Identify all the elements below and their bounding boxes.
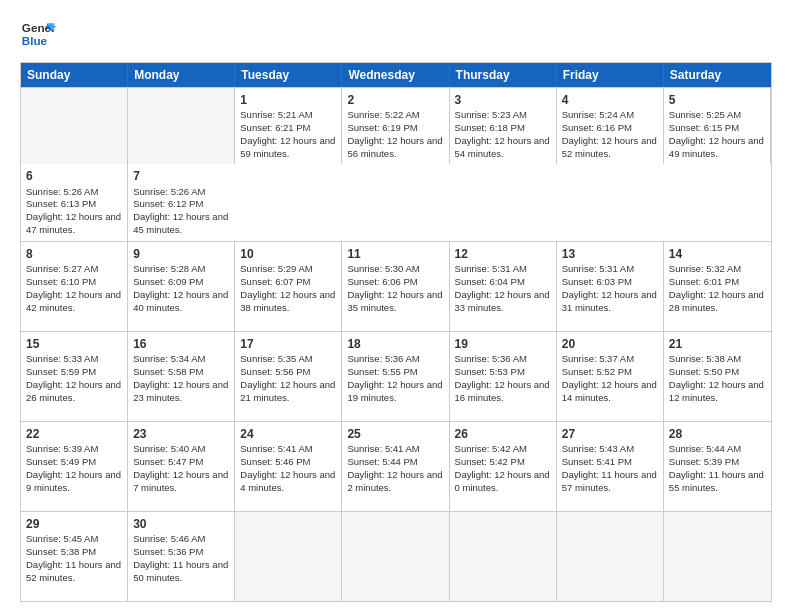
logo: General Blue (20, 16, 56, 52)
sunset: Sunset: 5:56 PM (240, 366, 310, 377)
sunrise: Sunrise: 5:22 AM (347, 109, 419, 120)
calendar-cell-day-18: 18Sunrise: 5:36 AMSunset: 5:55 PMDayligh… (342, 332, 449, 421)
sunrise: Sunrise: 5:31 AM (562, 263, 634, 274)
calendar-cell-day-11: 11Sunrise: 5:30 AMSunset: 6:06 PMDayligh… (342, 242, 449, 331)
calendar-cell-day-15: 15Sunrise: 5:33 AMSunset: 5:59 PMDayligh… (21, 332, 128, 421)
sunset: Sunset: 5:47 PM (133, 456, 203, 467)
day-number: 5 (669, 92, 765, 108)
calendar-cell-day-30: 30Sunrise: 5:46 AMSunset: 5:36 PMDayligh… (128, 512, 235, 601)
daylight-label: Daylight: 11 hours and 52 minutes. (26, 559, 121, 583)
sunset: Sunset: 5:42 PM (455, 456, 525, 467)
day-number: 12 (455, 246, 551, 262)
calendar-cell-day-14: 14Sunrise: 5:32 AMSunset: 6:01 PMDayligh… (664, 242, 771, 331)
daylight-label: Daylight: 11 hours and 55 minutes. (669, 469, 764, 493)
calendar-cell-empty (21, 88, 128, 164)
sunrise: Sunrise: 5:43 AM (562, 443, 634, 454)
daylight-label: Daylight: 12 hours and 33 minutes. (455, 289, 550, 313)
sunrise: Sunrise: 5:39 AM (26, 443, 98, 454)
sunset: Sunset: 5:44 PM (347, 456, 417, 467)
sunset: Sunset: 5:52 PM (562, 366, 632, 377)
sunset: Sunset: 6:10 PM (26, 276, 96, 287)
sunrise: Sunrise: 5:27 AM (26, 263, 98, 274)
daylight-label: Daylight: 12 hours and 47 minutes. (26, 211, 121, 235)
sunrise: Sunrise: 5:29 AM (240, 263, 312, 274)
daylight-label: Daylight: 12 hours and 21 minutes. (240, 379, 335, 403)
sunset: Sunset: 6:21 PM (240, 122, 310, 133)
sunrise: Sunrise: 5:28 AM (133, 263, 205, 274)
daylight-label: Daylight: 12 hours and 7 minutes. (133, 469, 228, 493)
sunset: Sunset: 6:18 PM (455, 122, 525, 133)
calendar: SundayMondayTuesdayWednesdayThursdayFrid… (20, 62, 772, 602)
day-number: 20 (562, 336, 658, 352)
calendar-cell-day-13: 13Sunrise: 5:31 AMSunset: 6:03 PMDayligh… (557, 242, 664, 331)
daylight-label: Daylight: 12 hours and 49 minutes. (669, 135, 764, 159)
sunset: Sunset: 5:36 PM (133, 546, 203, 557)
sunrise: Sunrise: 5:31 AM (455, 263, 527, 274)
calendar-cell-day-5: 5Sunrise: 5:25 AMSunset: 6:15 PMDaylight… (664, 88, 771, 164)
svg-text:Blue: Blue (22, 34, 48, 47)
day-number: 9 (133, 246, 229, 262)
day-number: 27 (562, 426, 658, 442)
daylight-label: Daylight: 11 hours and 57 minutes. (562, 469, 657, 493)
day-number: 25 (347, 426, 443, 442)
calendar-cell-empty (557, 512, 664, 601)
day-number: 15 (26, 336, 122, 352)
calendar-cell-day-25: 25Sunrise: 5:41 AMSunset: 5:44 PMDayligh… (342, 422, 449, 511)
calendar-cell-day-2: 2Sunrise: 5:22 AMSunset: 6:19 PMDaylight… (342, 88, 449, 164)
sunrise: Sunrise: 5:46 AM (133, 533, 205, 544)
sunset: Sunset: 5:55 PM (347, 366, 417, 377)
day-number: 8 (26, 246, 122, 262)
day-number: 11 (347, 246, 443, 262)
sunrise: Sunrise: 5:35 AM (240, 353, 312, 364)
calendar-cell-day-23: 23Sunrise: 5:40 AMSunset: 5:47 PMDayligh… (128, 422, 235, 511)
day-number: 3 (455, 92, 551, 108)
calendar-cell-day-16: 16Sunrise: 5:34 AMSunset: 5:58 PMDayligh… (128, 332, 235, 421)
sunrise: Sunrise: 5:24 AM (562, 109, 634, 120)
sunset: Sunset: 6:12 PM (133, 198, 203, 209)
day-number: 4 (562, 92, 658, 108)
sunrise: Sunrise: 5:41 AM (347, 443, 419, 454)
day-number: 19 (455, 336, 551, 352)
daylight-label: Daylight: 12 hours and 12 minutes. (669, 379, 764, 403)
sunset: Sunset: 6:15 PM (669, 122, 739, 133)
daylight-label: Daylight: 12 hours and 42 minutes. (26, 289, 121, 313)
day-number: 17 (240, 336, 336, 352)
sunset: Sunset: 6:07 PM (240, 276, 310, 287)
sunrise: Sunrise: 5:38 AM (669, 353, 741, 364)
sunrise: Sunrise: 5:25 AM (669, 109, 741, 120)
daylight-label: Daylight: 12 hours and 45 minutes. (133, 211, 228, 235)
sunrise: Sunrise: 5:23 AM (455, 109, 527, 120)
daylight-label: Daylight: 12 hours and 35 minutes. (347, 289, 442, 313)
day-number: 16 (133, 336, 229, 352)
sunset: Sunset: 6:19 PM (347, 122, 417, 133)
calendar-cell-day-20: 20Sunrise: 5:37 AMSunset: 5:52 PMDayligh… (557, 332, 664, 421)
day-number: 13 (562, 246, 658, 262)
calendar-cell-day-1: 1Sunrise: 5:21 AMSunset: 6:21 PMDaylight… (235, 88, 342, 164)
calendar-cell-day-12: 12Sunrise: 5:31 AMSunset: 6:04 PMDayligh… (450, 242, 557, 331)
page: General Blue SundayMondayTuesdayWednesda… (0, 0, 792, 612)
sunrise: Sunrise: 5:41 AM (240, 443, 312, 454)
calendar-body: 1Sunrise: 5:21 AMSunset: 6:21 PMDaylight… (21, 87, 771, 601)
sunset: Sunset: 5:53 PM (455, 366, 525, 377)
sunrise: Sunrise: 5:34 AM (133, 353, 205, 364)
calendar-cell-day-22: 22Sunrise: 5:39 AMSunset: 5:49 PMDayligh… (21, 422, 128, 511)
sunrise: Sunrise: 5:45 AM (26, 533, 98, 544)
header-day-tuesday: Tuesday (235, 63, 342, 87)
calendar-cell-day-29: 29Sunrise: 5:45 AMSunset: 5:38 PMDayligh… (21, 512, 128, 601)
sunset: Sunset: 6:16 PM (562, 122, 632, 133)
day-number: 2 (347, 92, 443, 108)
sunset: Sunset: 5:59 PM (26, 366, 96, 377)
calendar-week-2: 15Sunrise: 5:33 AMSunset: 5:59 PMDayligh… (21, 331, 771, 421)
sunrise: Sunrise: 5:26 AM (133, 186, 205, 197)
daylight-label: Daylight: 12 hours and 31 minutes. (562, 289, 657, 313)
daylight-label: Daylight: 12 hours and 59 minutes. (240, 135, 335, 159)
calendar-cell-day-6: 6Sunrise: 5:26 AMSunset: 6:13 PMDaylight… (21, 164, 128, 240)
sunrise: Sunrise: 5:44 AM (669, 443, 741, 454)
calendar-cell-day-3: 3Sunrise: 5:23 AMSunset: 6:18 PMDaylight… (450, 88, 557, 164)
calendar-cell-empty (664, 512, 771, 601)
logo-icon: General Blue (20, 16, 56, 52)
calendar-cell-day-8: 8Sunrise: 5:27 AMSunset: 6:10 PMDaylight… (21, 242, 128, 331)
header-day-sunday: Sunday (21, 63, 128, 87)
sunset: Sunset: 5:38 PM (26, 546, 96, 557)
calendar-week-3: 22Sunrise: 5:39 AMSunset: 5:49 PMDayligh… (21, 421, 771, 511)
